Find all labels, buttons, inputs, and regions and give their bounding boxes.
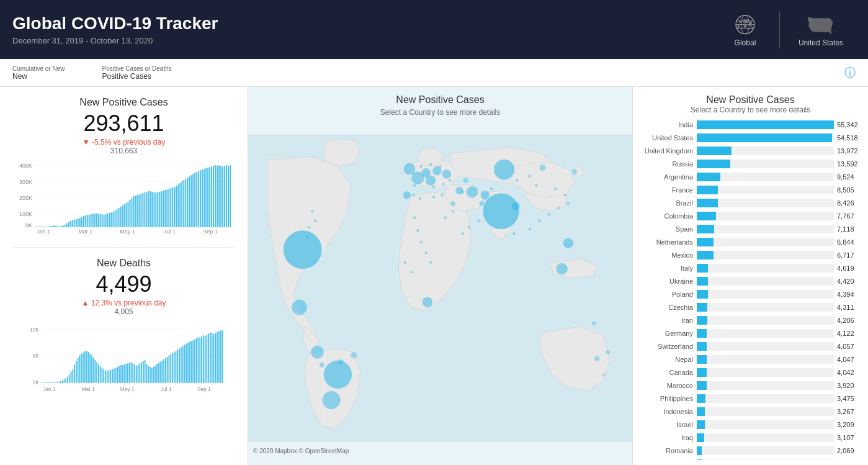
list-item[interactable]: Germany4,122 bbox=[638, 328, 861, 339]
bar-track bbox=[697, 264, 834, 273]
list-item[interactable]: Romania2,069 bbox=[638, 445, 861, 456]
svg-rect-169 bbox=[94, 360, 96, 383]
list-item[interactable]: Brazil8,426 bbox=[638, 197, 861, 209]
svg-rect-229 bbox=[198, 337, 199, 383]
svg-rect-205 bbox=[156, 364, 158, 382]
cases-filter[interactable]: Positive Cases or Deaths Positive Cases bbox=[102, 65, 171, 81]
cumulative-filter[interactable]: Cumulative or New New bbox=[12, 65, 65, 81]
country-name: Czechia bbox=[638, 304, 697, 311]
svg-rect-167 bbox=[91, 355, 92, 382]
list-item[interactable]: Argentina9,524 bbox=[638, 171, 861, 183]
list-item[interactable]: Iran4,206 bbox=[638, 315, 861, 326]
svg-rect-25 bbox=[42, 227, 43, 227]
svg-rect-23 bbox=[38, 227, 40, 227]
svg-rect-72 bbox=[129, 200, 130, 227]
svg-rect-96 bbox=[174, 187, 175, 227]
svg-rect-225 bbox=[191, 341, 192, 382]
svg-rect-188 bbox=[127, 363, 128, 382]
svg-text:300K: 300K bbox=[19, 179, 32, 185]
svg-rect-42 bbox=[74, 220, 75, 227]
svg-rect-144 bbox=[51, 382, 53, 383]
list-item[interactable]: Poland4,394 bbox=[638, 289, 861, 300]
bar-track bbox=[697, 277, 834, 286]
nav-us[interactable]: United States bbox=[786, 12, 856, 47]
svg-rect-217 bbox=[177, 350, 178, 383]
info-icon[interactable]: ⓘ bbox=[844, 65, 856, 80]
bar-value: 9,524 bbox=[837, 173, 861, 181]
list-item[interactable]: Ukraine4,420 bbox=[638, 276, 861, 287]
list-item[interactable]: Indonesia3,267 bbox=[638, 406, 861, 417]
new-cases-section: New Positive Cases 293,611 ▼ -5.5% vs pr… bbox=[12, 97, 235, 235]
list-item[interactable]: Mexico6,717 bbox=[638, 250, 861, 261]
svg-rect-177 bbox=[109, 370, 110, 382]
svg-point-254 bbox=[311, 346, 324, 359]
bar-fill bbox=[697, 173, 720, 181]
bar-fill bbox=[697, 394, 705, 403]
svg-rect-210 bbox=[165, 358, 166, 383]
cases-chart-svg: 400K 300K 200K 100K 0K bbox=[12, 160, 235, 235]
list-item[interactable]: Russia13,592 bbox=[638, 158, 861, 169]
bar-fill bbox=[697, 264, 708, 273]
svg-rect-160 bbox=[79, 355, 81, 382]
list-item[interactable]: Spain7,118 bbox=[638, 223, 861, 235]
svg-point-266 bbox=[563, 238, 574, 249]
svg-rect-224 bbox=[189, 341, 190, 382]
list-item[interactable]: Morocco3,920 bbox=[638, 380, 861, 391]
list-item[interactable]: Switzerland4,057 bbox=[638, 341, 861, 352]
list-item[interactable]: Israel3,209 bbox=[638, 419, 861, 430]
svg-point-264 bbox=[432, 166, 441, 175]
svg-point-313 bbox=[429, 261, 432, 264]
svg-rect-138 bbox=[42, 382, 43, 383]
svg-rect-114 bbox=[207, 168, 208, 227]
list-item[interactable]: India55,342 bbox=[638, 119, 861, 130]
list-item[interactable]: Philippines3,475 bbox=[638, 393, 861, 404]
bar-value: 3,920 bbox=[837, 382, 861, 389]
svg-rect-236 bbox=[210, 332, 211, 382]
deaths-chart: 10K 5K 0K bbox=[12, 321, 235, 395]
svg-rect-195 bbox=[139, 363, 140, 382]
svg-rect-151 bbox=[64, 379, 65, 383]
list-item[interactable]: United Kingdom13,972 bbox=[638, 145, 861, 156]
svg-rect-140 bbox=[45, 382, 46, 383]
bar-fill bbox=[697, 329, 707, 338]
svg-rect-81 bbox=[146, 192, 147, 227]
bar-value: 55,342 bbox=[837, 121, 861, 129]
svg-rect-185 bbox=[122, 365, 123, 383]
list-item[interactable]: Lebanon2,066 bbox=[638, 458, 861, 460]
list-item[interactable]: Italy4,619 bbox=[638, 263, 861, 274]
list-item[interactable]: Iraq3,107 bbox=[638, 432, 861, 443]
svg-point-259 bbox=[423, 297, 433, 307]
svg-rect-149 bbox=[60, 381, 61, 383]
list-item[interactable]: Netherlands6,844 bbox=[638, 237, 861, 248]
bar-track bbox=[697, 381, 834, 390]
map-area[interactable]: © 2020 Mapbox © OpenStreetMap bbox=[248, 119, 632, 457]
svg-rect-50 bbox=[89, 215, 90, 227]
country-name: Iran bbox=[638, 317, 697, 324]
svg-point-270 bbox=[455, 187, 463, 194]
bar-fill bbox=[697, 133, 832, 142]
list-item[interactable]: Canada4,042 bbox=[638, 367, 861, 378]
bar-value: 3,475 bbox=[837, 395, 861, 402]
list-item[interactable]: Colombia7,767 bbox=[638, 210, 861, 222]
svg-point-305 bbox=[468, 226, 470, 228]
svg-rect-165 bbox=[87, 352, 89, 383]
svg-point-289 bbox=[432, 196, 435, 198]
svg-point-298 bbox=[567, 202, 570, 205]
bar-fill bbox=[697, 407, 705, 416]
svg-point-284 bbox=[432, 186, 435, 188]
nav-global[interactable]: Global bbox=[717, 12, 773, 47]
svg-point-319 bbox=[306, 235, 308, 238]
list-item[interactable]: Nepal4,047 bbox=[638, 354, 861, 365]
svg-rect-146 bbox=[55, 382, 56, 383]
svg-rect-27 bbox=[46, 227, 47, 227]
list-item[interactable]: United States54,518 bbox=[638, 132, 861, 143]
svg-rect-220 bbox=[182, 346, 184, 383]
list-item[interactable]: Czechia4,311 bbox=[638, 302, 861, 313]
svg-rect-9 bbox=[737, 25, 739, 29]
list-item[interactable]: France8,505 bbox=[638, 184, 861, 196]
svg-rect-198 bbox=[145, 360, 146, 383]
country-bar-list[interactable]: India55,342United States54,518United Kin… bbox=[638, 119, 863, 460]
svg-rect-103 bbox=[187, 178, 188, 227]
svg-rect-60 bbox=[107, 214, 109, 227]
svg-rect-189 bbox=[129, 363, 130, 382]
